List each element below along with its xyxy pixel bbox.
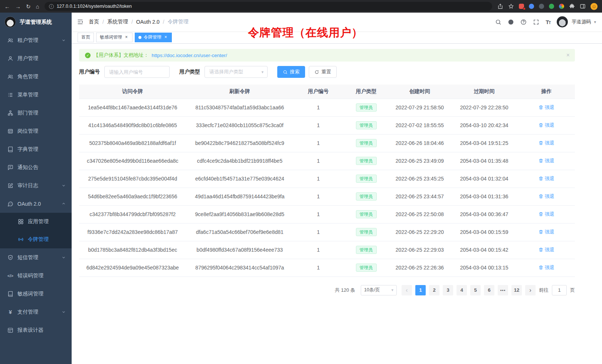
force-logout-button[interactable]: 强退 [539,140,554,146]
alert-close-icon[interactable]: × [566,52,570,59]
sidebar-item-role[interactable]: 角色管理 [0,67,72,86]
force-logout-button[interactable]: 强退 [539,229,554,235]
share-icon[interactable] [497,3,503,9]
extension-dark-icon[interactable] [539,4,544,9]
fullscreen-icon[interactable] [533,19,539,25]
force-logout-button[interactable]: 强退 [539,211,554,218]
cell-user-type: 管理员 [343,259,389,277]
extension-red-icon[interactable] [519,4,524,9]
force-logout-button[interactable]: 强退 [539,175,554,182]
close-icon[interactable]: × [124,35,129,40]
caret-down-icon[interactable]: ▾ [594,20,596,24]
browser-profile-avatar[interactable]: ☺ [590,3,598,10]
sidebar-item-audit-log[interactable]: 审计日志 [0,176,72,195]
force-logout-button[interactable]: 强退 [539,264,554,271]
cell-user-id: 1 [293,223,343,241]
sidebar-menu: 租户管理 用户管理 角色管理 菜单管理 部门管理 岗位管理 [0,31,72,364]
address-bar[interactable]: i 127.0.0.1:1024/system/oauth2/token [45,2,492,11]
sidebar-item-label: 短信管理 [17,254,38,261]
cell-refresh-token: 49d1aa46d1454fbd87591444423be9fa [186,188,294,205]
menu-fold-icon[interactable] [77,19,84,25]
logo-avatar [4,16,16,28]
sidebar-item-sms[interactable]: 短信管理 [0,248,72,267]
user-avatar[interactable] [557,16,568,27]
force-logout-button[interactable]: 强退 [539,122,554,129]
user-type-select[interactable]: 请选择用户类型 ▾ [205,66,268,78]
sidebar-item-menu[interactable]: 菜单管理 [0,86,72,104]
sidebar-item-oauth2-token[interactable]: 令牌管理 [0,231,72,248]
page-button-2[interactable]: 2 [429,285,439,295]
home-icon[interactable]: ⌂ [36,4,39,9]
extension-colorful-icon[interactable] [559,4,564,9]
sidebar-item-label: 用户管理 [17,55,38,62]
chevron-down-icon [62,183,66,188]
cell-user-id: 1 [293,259,343,277]
sidebar-item-tenant[interactable]: 租户管理 [0,31,72,49]
page-button-3[interactable]: 3 [443,285,453,295]
page-size-select[interactable]: 10条/页 ▾ [361,285,397,295]
cell-user-id: 1 [293,116,343,134]
sidebar-item-dict[interactable]: 字典管理 [0,140,72,158]
tab-home[interactable]: 首页 [78,33,94,42]
sidebar-item-errorcode[interactable]: </> 错误码管理 [0,267,72,285]
search-button[interactable]: 搜索 [277,66,305,78]
page-button-6[interactable]: 6 [484,285,494,295]
sidebar-item-oauth2[interactable]: OAuth 2.0 [0,195,72,213]
sidebar-panel-icon[interactable] [580,3,586,9]
tab-sensitive-word[interactable]: 敏感词管理 × [96,33,132,42]
sidebar-item-user[interactable]: 用户管理 [0,49,72,67]
sidebar-item-sensitive-word[interactable]: 敏感词管理 [0,285,72,303]
force-logout-label: 强退 [545,158,554,164]
table-row: 502375b8040a469a9b82188afdf6af1f be90422… [79,134,575,152]
tab-token[interactable]: 令牌管理 × [135,33,172,42]
cell-create-time: 2022-06-25 23:44:57 [389,188,451,205]
reset-button[interactable]: 重置 [309,66,337,78]
breadcrumb-oauth[interactable]: OAuth 2.0 [136,19,160,25]
breadcrumb-system[interactable]: 系统管理 [107,19,128,25]
extension-green-icon[interactable] [549,4,554,9]
site-info-icon[interactable]: i [49,4,54,9]
user-name[interactable]: 芋道源码 [572,19,591,25]
help-icon[interactable] [520,19,527,25]
forward-icon[interactable]: → [15,4,21,9]
force-logout-button[interactable]: 强退 [539,193,554,200]
sidebar-item-dept[interactable]: 部门管理 [0,104,72,122]
url-text: 127.0.0.1:1024/system/oauth2/token [57,4,132,9]
force-logout-button[interactable]: 强退 [539,246,554,253]
cell-user-type: 管理员 [343,188,389,205]
reload-icon[interactable]: ↻ [26,4,31,9]
force-logout-label: 强退 [545,122,554,129]
bookmark-star-icon[interactable] [508,3,514,9]
goto-page-input[interactable] [552,285,567,295]
sidebar-item-label: 应用管理 [28,218,49,225]
font-size-icon[interactable]: TT [546,19,550,25]
force-logout-button[interactable]: 强退 [539,158,554,164]
page-button-5[interactable]: 5 [470,285,481,295]
sidebar-item-oauth2-app[interactable]: 应用管理 [0,213,72,231]
breadcrumb-home[interactable]: 首页 [89,19,99,25]
next-page-button[interactable]: › [525,285,536,295]
user-id-input[interactable] [104,66,170,78]
close-icon[interactable]: × [163,35,168,40]
sidebar-item-pay[interactable]: ¥ 支付管理 [0,303,72,321]
page-button-4[interactable]: 4 [457,285,467,295]
prev-page-button[interactable]: ‹ [402,285,412,295]
page-button-1[interactable]: 1 [415,285,426,295]
doc-link[interactable]: https://doc.iocoder.cn/user-center/ [152,53,227,58]
token-table: 访问令牌 刷新令牌 用户编号 用户类型 创建时间 过期时间 操作 1ea5e44… [79,85,575,277]
app-logo[interactable]: 芋道管理系统 [0,13,72,31]
page-button-12[interactable]: 12 [511,285,522,295]
cell-refresh-token: 811c530487574fa0af1a59d3abc1aa66 [186,99,294,116]
search-icon[interactable] [495,19,501,25]
back-icon[interactable]: ← [4,4,10,9]
sidebar-item-post[interactable]: 岗位管理 [0,122,72,140]
github-icon[interactable] [508,19,514,25]
sidebar-item-notice[interactable]: 通知公告 [0,158,72,176]
cell-create-time: 2022-07-29 21:58:50 [389,99,451,116]
page-ellipsis[interactable]: ••• [498,285,508,295]
extension-blue-icon[interactable] [529,4,534,9]
sidebar: 芋道管理系统 租户管理 用户管理 角色管理 菜单管理 部门管理 [0,13,72,364]
sidebar-item-report-designer[interactable]: 报表设计器 [0,321,72,339]
force-logout-button[interactable]: 强退 [539,104,554,111]
extensions-puzzle-icon[interactable] [569,3,575,9]
